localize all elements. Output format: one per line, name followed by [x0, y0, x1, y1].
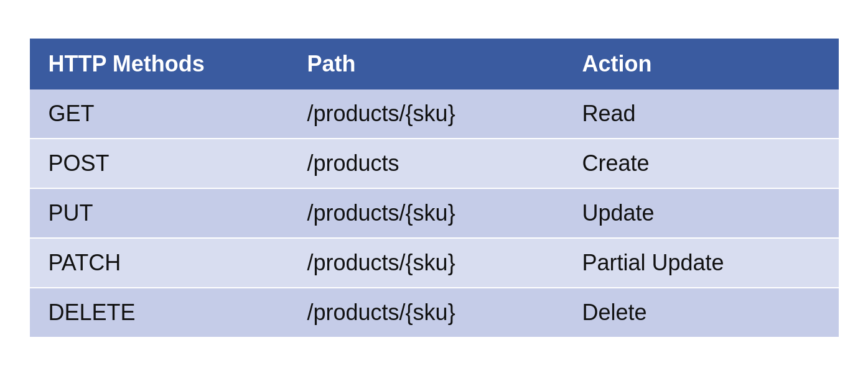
cell-action: Partial Update [564, 238, 839, 288]
cell-action: Delete [564, 288, 839, 337]
cell-path: /products [289, 139, 564, 188]
table-row: PUT/products/{sku}Update [30, 188, 839, 238]
http-methods-table: HTTP Methods Path Action GET/products/{s… [30, 39, 839, 338]
cell-path: /products/{sku} [289, 288, 564, 337]
cell-method: PUT [30, 188, 289, 238]
table-row: POST/productsCreate [30, 139, 839, 188]
cell-path: /products/{sku} [289, 89, 564, 139]
cell-path: /products/{sku} [289, 238, 564, 288]
cell-method: POST [30, 139, 289, 188]
header-path: Path [289, 39, 564, 89]
table-row: PATCH/products/{sku}Partial Update [30, 238, 839, 288]
table-row: DELETE/products/{sku}Delete [30, 288, 839, 337]
cell-action: Read [564, 89, 839, 139]
cell-method: GET [30, 89, 289, 139]
cell-path: /products/{sku} [289, 188, 564, 238]
table-header-row: HTTP Methods Path Action [30, 39, 839, 89]
table-row: GET/products/{sku}Read [30, 89, 839, 139]
cell-action: Update [564, 188, 839, 238]
cell-method: DELETE [30, 288, 289, 337]
header-method: HTTP Methods [30, 39, 289, 89]
table-container: HTTP Methods Path Action GET/products/{s… [30, 39, 839, 338]
cell-action: Create [564, 139, 839, 188]
cell-method: PATCH [30, 238, 289, 288]
header-action: Action [564, 39, 839, 89]
